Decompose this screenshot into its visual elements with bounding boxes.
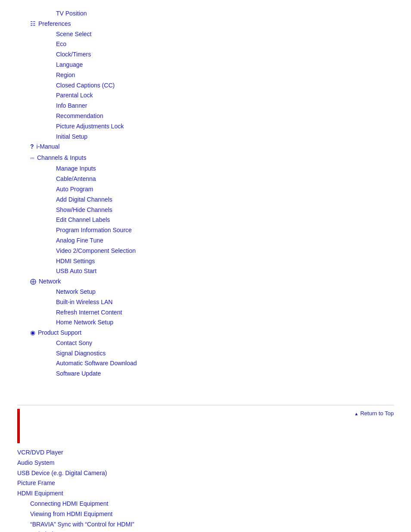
- child-link[interactable]: Software Update: [56, 369, 101, 379]
- child-link[interactable]: Recommendation: [56, 111, 103, 121]
- network-link[interactable]: Network: [39, 277, 61, 287]
- child-link[interactable]: Auto Program: [56, 184, 93, 195]
- child-link[interactable]: Closed Captions (CC): [56, 81, 115, 91]
- child-link[interactable]: Parental Lock: [56, 90, 93, 101]
- child-link[interactable]: Signal Diagnostics: [56, 348, 106, 359]
- bottom-child-link[interactable]: Viewing from HDMI Equipment: [30, 509, 394, 520]
- bottom-main-link[interactable]: Picture Frame: [17, 478, 394, 488]
- bottom-main-link[interactable]: VCR/DVD Player: [17, 448, 394, 458]
- bottom-child-link[interactable]: “BRAVIA” Sync with “Control for HDMI”: [30, 520, 394, 530]
- child-link[interactable]: Clock/Timers: [56, 50, 91, 60]
- channels-section: ⎓ Channels & Inputs: [30, 152, 394, 164]
- bottom-main-link[interactable]: HDMI Equipment: [17, 488, 394, 499]
- child-link[interactable]: Built-in Wireless LAN: [56, 297, 112, 308]
- network-section: ⨁ Network: [30, 277, 394, 287]
- bottom-main-link[interactable]: Audio System: [17, 458, 394, 468]
- child-link[interactable]: Scene Select: [56, 29, 92, 40]
- channels-icon: ⎓: [30, 152, 34, 164]
- child-link[interactable]: Region: [56, 70, 75, 81]
- child-link[interactable]: Cable/Antenna: [56, 174, 96, 184]
- imanual-section: ? i-Manual: [30, 142, 394, 152]
- child-link[interactable]: Program Information Source: [56, 225, 132, 236]
- child-link[interactable]: Add Digital Channels: [56, 195, 112, 205]
- child-link[interactable]: Eco: [56, 39, 66, 50]
- child-link[interactable]: Home Network Setup: [56, 317, 113, 328]
- child-link[interactable]: Automatic Software Download: [56, 358, 137, 369]
- network-icon: ⨁: [30, 277, 36, 287]
- child-link[interactable]: Contact Sony: [56, 338, 92, 348]
- child-link[interactable]: Network Setup: [56, 287, 96, 297]
- child-link[interactable]: Refresh Internet Content: [56, 308, 122, 318]
- imanual-link[interactable]: i-Manual: [37, 142, 60, 152]
- bottom-child-link[interactable]: Connecting HDMI Equipment: [30, 499, 394, 509]
- child-link[interactable]: Show/Hide Channels: [56, 205, 112, 215]
- product-support-link[interactable]: Product Support: [38, 328, 81, 338]
- child-link[interactable]: USB Auto Start: [56, 266, 97, 277]
- preferences-section: ☷ Preferences: [30, 19, 394, 29]
- preferences-link[interactable]: Preferences: [38, 19, 71, 29]
- child-link[interactable]: Picture Adjustments Lock: [56, 121, 124, 132]
- child-link[interactable]: Edit Channel Labels: [56, 215, 110, 225]
- preferences-icon: ☷: [30, 19, 36, 29]
- bottom-links-section: VCR/DVD PlayerAudio SystemUSB Device (e.…: [0, 448, 411, 532]
- child-link[interactable]: Analog Fine Tune: [56, 236, 103, 246]
- child-link[interactable]: Video 2/Component Selection: [56, 246, 136, 256]
- return-to-top-link[interactable]: Return to Top: [354, 409, 394, 418]
- bottom-main-link[interactable]: Internet/Wireless LAN: [17, 529, 394, 532]
- child-link[interactable]: Language: [56, 60, 83, 70]
- child-link[interactable]: Info Banner: [56, 101, 87, 111]
- channels-link[interactable]: Channels & Inputs: [37, 153, 86, 163]
- product-support-section: ◉ Product Support: [30, 328, 394, 338]
- child-link[interactable]: HDMI Settings: [56, 256, 95, 267]
- product-support-icon: ◉: [30, 328, 35, 338]
- tv-position-link[interactable]: TV Position: [56, 9, 87, 19]
- bottom-main-link[interactable]: USB Device (e.g. Digital Camera): [17, 468, 394, 479]
- imanual-icon: ?: [30, 142, 34, 152]
- child-link[interactable]: Initial Setup: [56, 132, 87, 142]
- child-link[interactable]: Manage Inputs: [56, 164, 96, 174]
